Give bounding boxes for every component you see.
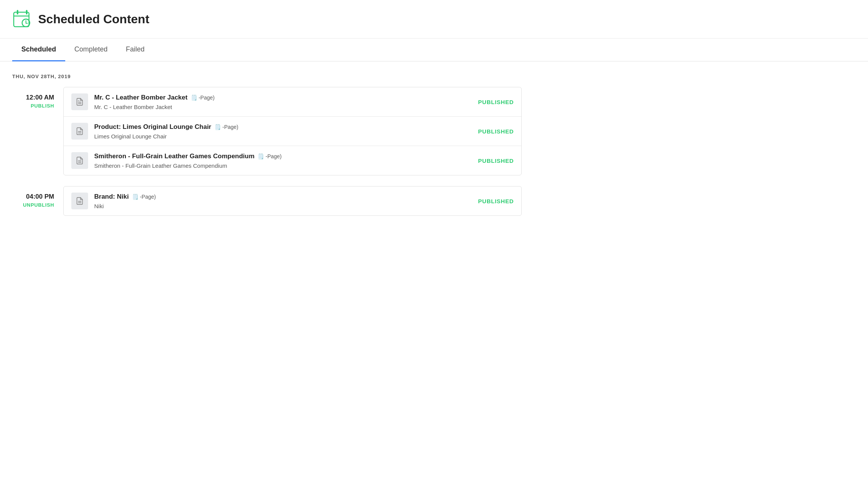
item-icon-wrap	[71, 93, 88, 110]
item-type-badge: 🗒️ -Page)	[191, 95, 215, 101]
table-row: Product: Limes Original Lounge Chair 🗒️ …	[64, 117, 521, 146]
item-type-badge: 🗒️ -Page)	[132, 194, 156, 200]
time-label-2: 04:00 PM UNPUBLISH	[12, 186, 54, 208]
item-content: Mr. C - Leather Bomber Jacket 🗒️ -Page) …	[94, 94, 469, 110]
document-icon	[76, 156, 84, 165]
item-title-line: Smitheron - Full-Grain Leather Games Com…	[94, 153, 469, 160]
items-card-1: Mr. C - Leather Bomber Jacket 🗒️ -Page) …	[63, 87, 522, 175]
tabs-list: Scheduled Completed Failed	[12, 39, 856, 61]
tab-failed[interactable]: Failed	[117, 39, 154, 61]
time-text-2: 04:00 PM	[12, 193, 54, 201]
item-title: Brand: Niki	[94, 193, 129, 201]
svg-rect-2	[17, 10, 18, 14]
item-title: Mr. C - Leather Bomber Jacket	[94, 94, 188, 101]
time-text-1: 12:00 AM	[12, 94, 54, 101]
item-title-line: Brand: Niki 🗒️ -Page)	[94, 193, 469, 201]
item-subtitle: Niki	[94, 203, 469, 209]
tab-scheduled[interactable]: Scheduled	[12, 39, 65, 61]
svg-rect-3	[26, 10, 27, 14]
item-content: Smitheron - Full-Grain Leather Games Com…	[94, 153, 469, 169]
time-group-1: 12:00 AM PUBLISH	[12, 87, 522, 175]
tabs-bar: Scheduled Completed Failed	[0, 39, 868, 61]
item-icon-wrap	[71, 123, 88, 140]
page-title: Scheduled Content	[38, 12, 149, 26]
document-icon	[76, 98, 84, 106]
item-subtitle: Limes Original Lounge Chair	[94, 133, 469, 140]
page-emoji-icon: 🗒️	[257, 153, 264, 159]
page-emoji-icon: 🗒️	[191, 95, 197, 101]
item-content: Brand: Niki 🗒️ -Page) Niki	[94, 193, 469, 209]
table-row: Smitheron - Full-Grain Leather Games Com…	[64, 146, 521, 175]
items-card-2: Brand: Niki 🗒️ -Page) Niki PUBLISHED	[63, 186, 522, 216]
item-title-line: Product: Limes Original Lounge Chair 🗒️ …	[94, 123, 469, 131]
item-subtitle: Mr. C - Leather Bomber Jacket	[94, 104, 469, 110]
item-status: PUBLISHED	[476, 157, 514, 164]
item-status: PUBLISHED	[476, 128, 514, 135]
item-type-badge: 🗒️ -Page)	[257, 153, 281, 159]
action-label-1: PUBLISH	[12, 103, 54, 109]
time-group-2: 04:00 PM UNPUBLISH Bran	[12, 186, 522, 216]
page-emoji-icon: 🗒️	[132, 194, 138, 200]
item-subtitle: Smitheron - Full-Grain Leather Games Com…	[94, 162, 469, 169]
item-status: PUBLISHED	[476, 99, 514, 105]
date-heading: THU, NOV 28TH, 2019	[12, 74, 522, 79]
scheduled-content-icon	[12, 9, 32, 29]
document-icon	[76, 127, 84, 135]
item-content: Product: Limes Original Lounge Chair 🗒️ …	[94, 123, 469, 140]
time-label-1: 12:00 AM PUBLISH	[12, 87, 54, 109]
main-content: THU, NOV 28TH, 2019 12:00 AM PUBLISH	[0, 61, 534, 240]
tab-completed[interactable]: Completed	[65, 39, 117, 61]
date-group: THU, NOV 28TH, 2019 12:00 AM PUBLISH	[12, 74, 522, 216]
item-status: PUBLISHED	[476, 198, 514, 204]
item-icon-wrap	[71, 152, 88, 169]
page-header: Scheduled Content	[0, 0, 868, 39]
item-title: Product: Limes Original Lounge Chair	[94, 123, 211, 131]
item-title: Smitheron - Full-Grain Leather Games Com…	[94, 153, 254, 160]
item-icon-wrap	[71, 193, 88, 209]
table-row: Brand: Niki 🗒️ -Page) Niki PUBLISHED	[64, 186, 521, 215]
table-row: Mr. C - Leather Bomber Jacket 🗒️ -Page) …	[64, 87, 521, 117]
item-title-line: Mr. C - Leather Bomber Jacket 🗒️ -Page)	[94, 94, 469, 101]
page-emoji-icon: 🗒️	[214, 124, 221, 130]
document-icon	[76, 197, 84, 205]
action-label-2: UNPUBLISH	[12, 202, 54, 208]
item-type-badge: 🗒️ -Page)	[214, 124, 238, 130]
